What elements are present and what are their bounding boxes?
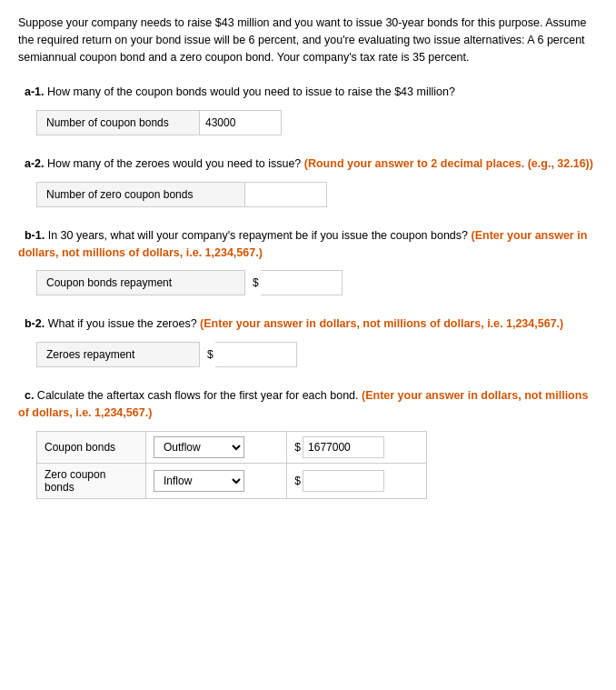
table-row: Zero coupon bonds Outflow Inflow $	[37, 463, 427, 498]
coupon-bonds-flow-select[interactable]: Outflow Inflow	[154, 436, 244, 458]
question-a2-label: a-2. How many of the zeroes would you ne…	[18, 155, 598, 173]
b1-input-row: Coupon bonds repayment $	[36, 270, 598, 295]
a1-part: a-1.	[25, 85, 45, 98]
zero-coupon-bonds-label: Zero coupon bonds	[37, 463, 146, 498]
a2-field-label: Number of zero coupon bonds	[36, 182, 245, 207]
zero-coupon-bonds-flow-select[interactable]: Outflow Inflow	[154, 470, 244, 492]
b2-field-label: Zeroes repayment	[36, 342, 200, 367]
b2-input-row: Zeroes repayment $	[36, 342, 598, 367]
b1-prefix: $	[253, 276, 259, 289]
question-b1: b-1. In 30 years, what will your company…	[18, 227, 598, 296]
c-text: Calculate the aftertax cash flows for th…	[34, 389, 362, 402]
b1-text: In 30 years, what will your company's re…	[45, 229, 471, 242]
a1-text: How many of the coupon bonds would you n…	[45, 85, 455, 98]
question-c: c. Calculate the aftertax cash flows for…	[18, 387, 598, 499]
zero-coupon-bonds-amount-input[interactable]	[303, 470, 384, 492]
b2-part: b-2.	[25, 317, 45, 330]
question-a1: a-1. How many of the coupon bonds would …	[18, 84, 598, 135]
a2-bold: (Round your answer to 2 decimal places. …	[304, 157, 593, 170]
c-part: c.	[25, 389, 34, 402]
a2-input[interactable]	[245, 182, 327, 207]
question-b1-label: b-1. In 30 years, what will your company…	[18, 227, 598, 262]
b2-bold: (Enter your answer in dollars, not milli…	[200, 317, 563, 330]
b2-prefix: $	[207, 348, 214, 361]
a1-input[interactable]	[200, 110, 282, 135]
question-c-label: c. Calculate the aftertax cash flows for…	[18, 387, 598, 422]
b1-part: b-1.	[25, 229, 45, 242]
zero-dollar-sign: $	[294, 475, 301, 487]
a2-part: a-2.	[25, 157, 45, 170]
coupon-bonds-label: Coupon bonds	[37, 431, 146, 463]
question-b2-label: b-2. What if you issue the zeroes? (Ente…	[18, 315, 598, 333]
a1-field-label: Number of coupon bonds	[36, 110, 200, 135]
a2-text: How many of the zeroes would you need to…	[45, 157, 304, 170]
zero-coupon-bonds-amount-cell: $	[287, 463, 427, 498]
b1-input[interactable]	[261, 270, 343, 295]
intro-text: Suppose your company needs to raise $43 …	[18, 15, 598, 65]
a1-input-row: Number of coupon bonds	[36, 110, 598, 135]
b1-field-label: Coupon bonds repayment	[36, 270, 245, 295]
coupon-bonds-amount-cell: $	[287, 431, 427, 463]
coupon-dollar-sign: $	[294, 441, 301, 454]
a2-input-row: Number of zero coupon bonds	[36, 182, 598, 207]
question-b2: b-2. What if you issue the zeroes? (Ente…	[18, 315, 598, 367]
question-a2: a-2. How many of the zeroes would you ne…	[18, 155, 598, 207]
zero-coupon-bonds-dropdown-cell: Outflow Inflow	[146, 463, 287, 498]
b2-text: What if you issue the zeroes?	[45, 317, 200, 330]
table-row: Coupon bonds Outflow Inflow $	[37, 431, 427, 463]
cash-flow-table: Coupon bonds Outflow Inflow $ Zero coupo…	[36, 431, 427, 499]
coupon-bonds-dropdown-cell: Outflow Inflow	[146, 431, 287, 463]
coupon-bonds-amount-input[interactable]	[303, 436, 384, 458]
question-a1-label: a-1. How many of the coupon bonds would …	[18, 84, 598, 101]
b2-input[interactable]	[215, 342, 297, 367]
